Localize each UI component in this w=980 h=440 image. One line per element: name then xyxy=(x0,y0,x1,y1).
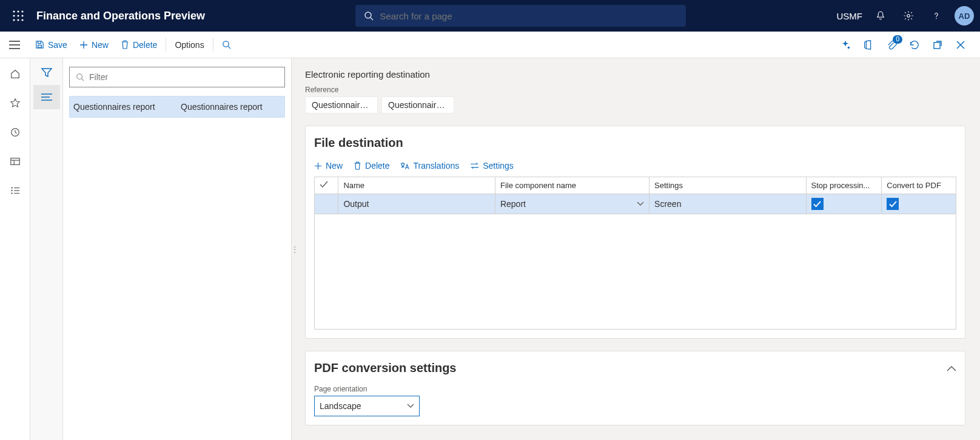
fd-settings-button[interactable]: Settings xyxy=(470,161,514,171)
app-title: Finance and Operations Preview xyxy=(36,10,205,22)
fd-delete-button[interactable]: Delete xyxy=(354,161,389,171)
ai-copilot-icon[interactable] xyxy=(837,36,854,53)
file-destination-card: File destination New Delete Translations… xyxy=(305,126,965,339)
svg-point-22 xyxy=(11,192,12,194)
close-icon[interactable] xyxy=(952,36,969,53)
splitter[interactable] xyxy=(292,58,298,440)
trash-icon xyxy=(121,40,129,49)
stop-checkbox[interactable] xyxy=(811,198,824,210)
svg-point-4 xyxy=(17,15,19,16)
cell-settings[interactable]: Screen xyxy=(649,194,807,214)
swap-icon xyxy=(470,162,479,169)
col-settings[interactable]: Settings xyxy=(649,177,807,194)
orientation-select[interactable]: Landscape xyxy=(314,396,420,416)
file-destination-title: File destination xyxy=(314,136,956,150)
pdf-settings-card: PDF conversion settings Page orientation… xyxy=(305,351,965,425)
grid-empty-area xyxy=(314,214,956,330)
user-avatar[interactable]: AD xyxy=(955,6,974,25)
col-stop[interactable]: Stop processin... xyxy=(806,177,882,194)
company-code[interactable]: USMF xyxy=(837,11,863,21)
grid-row[interactable]: Output Report Screen xyxy=(315,194,956,214)
list-cell: Questionnaires report xyxy=(177,102,284,112)
col-convert[interactable]: Convert to PDF xyxy=(882,177,956,194)
plus-icon xyxy=(314,162,322,170)
col-component[interactable]: File component name xyxy=(495,177,649,194)
file-destination-grid: Name File component name Settings Stop p… xyxy=(314,177,956,214)
svg-line-15 xyxy=(228,46,230,49)
global-search-input[interactable] xyxy=(380,11,677,21)
recent-icon[interactable] xyxy=(3,120,27,144)
chevron-down-icon[interactable] xyxy=(637,201,644,206)
trash-icon xyxy=(354,161,361,170)
convert-checkbox[interactable] xyxy=(887,198,899,210)
cell-convert[interactable] xyxy=(882,194,956,214)
nav-toggle-icon[interactable] xyxy=(0,41,29,49)
main-area: Questionnaires report Questionnaires rep… xyxy=(0,58,980,440)
settings-gear-icon[interactable] xyxy=(899,6,918,25)
list-cell: Questionnaires report xyxy=(70,102,177,112)
top-bar: Finance and Operations Preview USMF AD xyxy=(0,0,980,32)
reference-chip[interactable]: Questionnaire... xyxy=(305,96,378,113)
delete-button[interactable]: Delete xyxy=(115,32,163,58)
global-search[interactable] xyxy=(355,5,686,27)
list-row[interactable]: Questionnaires report Questionnaires rep… xyxy=(70,96,284,117)
home-icon[interactable] xyxy=(3,62,27,86)
search-icon xyxy=(364,11,374,21)
search-icon xyxy=(222,40,231,49)
modules-icon[interactable] xyxy=(3,178,27,203)
orientation-label: Page orientation xyxy=(314,385,956,393)
refresh-icon[interactable] xyxy=(906,36,923,53)
chevron-up-icon[interactable] xyxy=(947,365,956,371)
list-filter-input[interactable] xyxy=(89,72,278,82)
svg-point-16 xyxy=(848,46,850,49)
action-search-button[interactable] xyxy=(216,32,237,58)
col-name[interactable]: Name xyxy=(338,177,495,194)
cell-name[interactable]: Output xyxy=(338,194,495,214)
cell-stop[interactable] xyxy=(806,194,882,214)
filter-icon[interactable] xyxy=(33,61,60,85)
attachments-icon[interactable]: 0 xyxy=(883,36,900,53)
list-view-icon[interactable] xyxy=(33,85,60,109)
fd-new-button[interactable]: New xyxy=(314,161,343,171)
svg-point-1 xyxy=(17,10,19,12)
app-launcher-icon[interactable] xyxy=(6,4,30,28)
favorites-icon[interactable] xyxy=(3,91,27,115)
svg-point-11 xyxy=(907,15,910,18)
svg-point-8 xyxy=(21,19,23,21)
svg-point-12 xyxy=(936,18,937,19)
delete-label: Delete xyxy=(133,40,157,50)
save-label: Save xyxy=(48,40,67,50)
svg-point-5 xyxy=(21,15,23,16)
page-title: Electronic reporting destination xyxy=(305,69,965,80)
list-tool-column xyxy=(30,58,63,440)
reference-label: Reference xyxy=(305,86,965,94)
file-destination-toolbar: New Delete Translations Settings xyxy=(314,161,956,171)
svg-point-3 xyxy=(13,15,15,16)
workspaces-icon[interactable] xyxy=(3,149,27,174)
list-filter[interactable] xyxy=(69,67,285,87)
left-rail xyxy=(0,58,30,440)
svg-point-21 xyxy=(11,190,12,191)
fd-settings-label: Settings xyxy=(483,161,514,171)
save-button[interactable]: Save xyxy=(29,32,73,58)
grid-row-selector[interactable] xyxy=(315,194,338,214)
svg-point-14 xyxy=(223,41,229,47)
popout-icon[interactable] xyxy=(929,36,946,53)
reference-chip[interactable]: Questionnaire... xyxy=(381,96,454,113)
new-button[interactable]: New xyxy=(73,32,115,58)
content: Electronic reporting destination Referen… xyxy=(298,58,980,440)
svg-line-24 xyxy=(82,79,84,81)
notifications-icon[interactable] xyxy=(871,6,890,25)
check-icon xyxy=(320,181,328,188)
fd-translations-button[interactable]: Translations xyxy=(400,161,459,171)
office-icon[interactable] xyxy=(860,36,877,53)
plus-icon xyxy=(79,41,88,49)
options-button[interactable]: Options xyxy=(169,32,210,58)
grid-select-header[interactable] xyxy=(315,177,338,194)
svg-point-23 xyxy=(77,74,82,80)
svg-point-7 xyxy=(17,19,19,21)
svg-point-9 xyxy=(365,12,371,18)
help-icon[interactable] xyxy=(927,6,946,25)
cell-component[interactable]: Report xyxy=(495,194,649,214)
list-panel: Questionnaires report Questionnaires rep… xyxy=(30,58,292,440)
